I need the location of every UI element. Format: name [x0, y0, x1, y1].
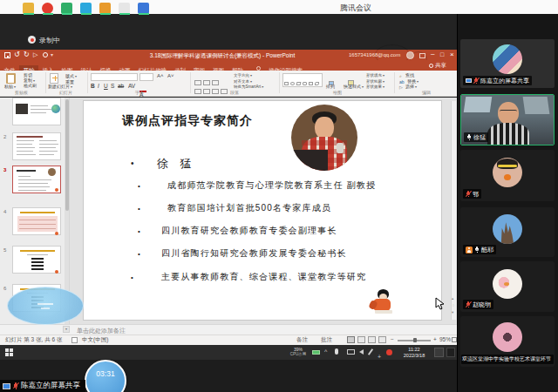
- italic-button[interactable]: I: [98, 83, 99, 89]
- next-slide-button[interactable]: ▾: [452, 310, 453, 314]
- zoom-in-button[interactable]: +: [433, 336, 437, 342]
- shadow-button[interactable]: S: [111, 83, 114, 89]
- normal-view-button[interactable]: [347, 336, 355, 343]
- start-button-icon[interactable]: [5, 348, 9, 352]
- participant-tile-6[interactable]: 双流区棠湖中学实验学校艺术课堂环节: [460, 316, 555, 367]
- mic-icon: [474, 247, 480, 253]
- spellcheck-icon[interactable]: [71, 337, 78, 343]
- select-button[interactable]: 选择: [405, 84, 417, 90]
- format-painter-button[interactable]: 格式刷: [24, 84, 37, 89]
- redo-icon[interactable]: ↻: [24, 51, 30, 58]
- quick-styles-button[interactable]: 快速样式: [344, 84, 364, 90]
- slide-thumbnail-5[interactable]: [12, 246, 61, 274]
- thumb-globe-graphic: [51, 105, 60, 113]
- char-spacing-icon[interactable]: AV: [128, 83, 135, 89]
- new-slide-plus: [55, 76, 56, 81]
- shape-outline-button[interactable]: 形状轮廓: [366, 79, 384, 84]
- grow-font-icon[interactable]: A˄: [157, 73, 164, 78]
- start-slideshow-icon[interactable]: ▷: [33, 51, 37, 58]
- bold-button[interactable]: B: [91, 83, 95, 89]
- account-email[interactable]: 1657341968@qq.com: [349, 52, 400, 57]
- tray-speaker-icon[interactable]: [359, 349, 364, 355]
- smartart-button[interactable]: 转换为SmartArt: [234, 84, 263, 90]
- notes-placeholder[interactable]: 单击此处添加备注: [77, 327, 126, 335]
- video-face: [498, 102, 519, 125]
- slideshow-view-button[interactable]: [378, 336, 386, 343]
- minimize-button[interactable]: –: [431, 50, 434, 57]
- zoom-out-button[interactable]: −: [391, 336, 394, 342]
- tray-display-icon[interactable]: [347, 349, 355, 355]
- slide-thumbnail-3[interactable]: [12, 166, 61, 193]
- comments-toggle[interactable]: 批注: [321, 336, 332, 344]
- undo-icon[interactable]: ↺: [14, 51, 20, 58]
- user-icon[interactable]: [43, 52, 48, 57]
- shapes-gallery[interactable]: [282, 73, 323, 87]
- slide-thumbnail-4[interactable]: [12, 207, 61, 235]
- font-name-input[interactable]: [91, 73, 138, 81]
- slide-title: 课例点评指导专家简介: [122, 113, 253, 129]
- underline-button[interactable]: U: [104, 83, 108, 89]
- zoom-level[interactable]: 95%: [439, 336, 451, 342]
- shape-effects-button[interactable]: 形状效果: [366, 84, 384, 90]
- fit-to-window-icon[interactable]: [452, 337, 457, 342]
- share-button-label: 共享: [435, 62, 446, 70]
- slide-thumbnail-1[interactable]: [12, 98, 61, 125]
- tray-expand-icon[interactable]: ^: [324, 348, 327, 355]
- slide-scrollbar[interactable]: [451, 101, 456, 320]
- participant-tile-sharer[interactable]: 陈嘉立的屏幕共享: [460, 39, 555, 88]
- font-size-input[interactable]: [140, 73, 153, 81]
- participant-name: 徐猛: [473, 132, 486, 142]
- action-center-icon[interactable]: [446, 348, 455, 357]
- text-direction-button[interactable]: 文字方向: [234, 73, 252, 78]
- tray-meeting-icon[interactable]: [386, 349, 392, 355]
- reset-button[interactable]: 重置: [65, 80, 74, 85]
- floating-assist-bubble[interactable]: [7, 287, 84, 325]
- restore-button[interactable]: □: [440, 51, 444, 57]
- qat-dropdown-icon[interactable]: ▾: [51, 51, 53, 57]
- participant-tile-speaker[interactable]: 徐猛: [460, 94, 555, 145]
- input-method-icon[interactable]: [434, 348, 444, 357]
- ribbon-display-options-icon[interactable]: [419, 53, 425, 58]
- paste-icon[interactable]: [6, 73, 16, 84]
- arrange-button[interactable]: 排列: [326, 84, 335, 90]
- quick-styles-icon[interactable]: [347, 74, 357, 82]
- new-slide-button[interactable]: 新建幻灯片: [48, 84, 72, 90]
- slide-sorter-view-button[interactable]: [357, 336, 365, 343]
- strikethrough-button[interactable]: ab: [118, 83, 124, 89]
- zoom-slider-thumb[interactable]: [413, 338, 417, 342]
- participant-namebar: 双流区棠湖中学实验学校艺术课堂环节: [461, 355, 554, 364]
- save-icon[interactable]: [4, 52, 10, 58]
- bullet-dot: •: [131, 274, 133, 281]
- participant-namebar: 酷耶: [463, 245, 496, 254]
- mic-icon: [466, 134, 472, 141]
- participant-tile-3[interactable]: 鄂: [460, 150, 555, 201]
- shrink-font-icon[interactable]: A˅: [167, 73, 174, 78]
- scrollbar-thumb[interactable]: [65, 99, 69, 211]
- arrange-icon[interactable]: [328, 74, 337, 82]
- find-button[interactable]: 查找: [405, 73, 414, 78]
- new-slide-icon[interactable]: [50, 73, 58, 84]
- participant-tile-4[interactable]: 酷耶: [460, 207, 555, 257]
- language-indicator[interactable]: 中文(中国): [82, 336, 108, 344]
- shape-fill-button[interactable]: 形状填充: [366, 73, 384, 78]
- thumb-scroll-down-button[interactable]: ▾: [63, 326, 70, 333]
- participant-tile-5[interactable]: 赵晓明: [460, 261, 555, 312]
- mouse-cursor: [435, 297, 445, 310]
- slide-thumbnail-2[interactable]: [12, 132, 61, 160]
- account-avatar[interactable]: [406, 51, 414, 59]
- layout-button[interactable]: 版式: [65, 74, 77, 79]
- thumb-qr-graphic: [31, 258, 44, 270]
- close-button[interactable]: ×: [450, 51, 454, 58]
- share-button[interactable]: 共享: [429, 62, 446, 70]
- notes-toggle[interactable]: 备注: [296, 336, 308, 344]
- clock-widget[interactable]: 11:22 2022/3/18: [397, 347, 432, 358]
- screen-share-banner[interactable]: 陈嘉立的屏幕共享: [0, 380, 85, 392]
- previous-slide-button[interactable]: ▴: [452, 296, 453, 301]
- cpu-widget[interactable]: 39% CPU占用: [286, 347, 310, 356]
- align-text-button[interactable]: 对齐文本: [234, 79, 252, 84]
- reading-view-button[interactable]: [368, 336, 376, 343]
- zoom-slider-track[interactable]: [398, 340, 431, 341]
- paste-button[interactable]: 粘贴: [4, 84, 16, 90]
- align-icons[interactable]: [194, 83, 228, 98]
- tray-mic-icon[interactable]: [335, 348, 338, 355]
